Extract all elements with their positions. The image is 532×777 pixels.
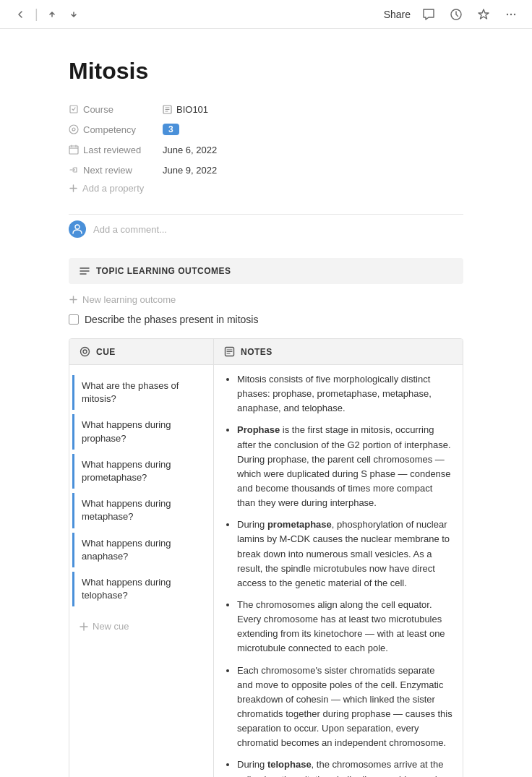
course-label: Course <box>69 104 163 115</box>
nav-up-icon[interactable] <box>44 8 60 21</box>
cue-item[interactable]: What happens during anaphase? <box>72 533 213 567</box>
svg-point-8 <box>75 225 80 229</box>
notes-content: Mitosis consists of five morphologically… <box>214 365 463 777</box>
svg-point-1 <box>507 13 508 14</box>
svg-point-2 <box>510 13 512 14</box>
top-bar-left: | <box>12 7 82 22</box>
plus-icon <box>69 295 78 304</box>
outcome-text: Describe the phases present in mitosis <box>85 314 258 325</box>
cue-items-list: What are the phases of mitosis?What happ… <box>69 365 213 617</box>
add-property-btn[interactable]: Add a property <box>69 180 463 197</box>
cue-item-text: What happens during telophase? <box>82 576 203 602</box>
list-icon <box>79 265 90 277</box>
list-item: During telophase, the chromosomes arrive… <box>237 757 452 777</box>
top-bar: | Share <box>0 0 532 29</box>
new-cue-button[interactable]: New cue <box>69 617 140 636</box>
svg-point-10 <box>83 350 87 353</box>
competency-badge: 3 <box>163 124 179 135</box>
last-reviewed-value[interactable]: June 6, 2022 <box>163 145 217 155</box>
comment-input[interactable]: Add a comment... <box>93 224 167 235</box>
list-item: Each chromosome's sister chromatids sepa… <box>237 664 452 751</box>
outcomes-list: Describe the phases present in mitosis <box>69 311 463 328</box>
next-review-value[interactable]: June 9, 2022 <box>163 165 217 176</box>
plus-icon <box>80 622 88 631</box>
last-reviewed-label: Last reviewed <box>69 145 163 155</box>
competency-row: Competency 3 <box>69 119 463 139</box>
cue-notes-container: CUE What are the phases of mitosis?What … <box>69 338 463 777</box>
metadata-section: Course BIO101 Competency 3 <box>69 99 463 197</box>
competency-value[interactable]: 3 <box>163 124 179 135</box>
notes-list: Mitosis consists of five morphologically… <box>224 372 452 777</box>
cue-item-text: What happens during prometaphase? <box>82 458 203 484</box>
page-title: Mitosis <box>69 58 463 85</box>
cue-header-label: CUE <box>96 347 116 357</box>
comment-section: Add a comment... <box>69 214 463 244</box>
new-outcome-button[interactable]: New learning outcome <box>69 293 176 306</box>
course-value[interactable]: BIO101 <box>163 104 208 115</box>
svg-point-6 <box>72 128 75 131</box>
next-review-row: Next review June 9, 2022 <box>69 160 463 180</box>
cue-item[interactable]: What happens during prometaphase? <box>72 454 213 489</box>
back-icon[interactable] <box>12 7 29 22</box>
notes-header-label: NOTES <box>241 347 273 357</box>
cue-item-text: What happens during prophase? <box>82 418 203 445</box>
nav-down-icon[interactable] <box>66 8 82 21</box>
target-icon <box>80 346 90 357</box>
main-content: Mitosis Course BIO101 <box>0 29 532 777</box>
learning-outcomes-header: TOPIC LEARNING OUTCOMES <box>69 258 463 284</box>
cue-item[interactable]: What happens during telophase? <box>72 572 213 606</box>
list-item: Mitosis consists of five morphologically… <box>237 372 452 416</box>
cue-column: CUE What are the phases of mitosis?What … <box>69 339 214 777</box>
svg-rect-7 <box>69 146 78 154</box>
list-item: The chromosomes align along the cell equ… <box>237 598 452 656</box>
course-row: Course BIO101 <box>69 99 463 119</box>
cue-item-text: What are the phases of mitosis? <box>82 379 203 405</box>
outcome-row: Describe the phases present in mitosis <box>69 311 463 328</box>
notes-column-header: NOTES <box>214 339 463 365</box>
svg-point-9 <box>81 348 90 356</box>
learning-outcomes-label: TOPIC LEARNING OUTCOMES <box>96 266 231 276</box>
next-review-label: Next review <box>69 165 163 176</box>
notes-column: NOTES Mitosis consists of five morpholog… <box>214 339 463 777</box>
competency-label: Competency <box>69 124 163 135</box>
outcome-checkbox[interactable] <box>69 314 79 325</box>
list-item: Prophase is the first stage in mitosis, … <box>237 423 452 510</box>
star-icon[interactable] <box>474 7 493 22</box>
notes-icon <box>224 346 235 357</box>
history-icon[interactable] <box>447 7 466 22</box>
comment-icon[interactable] <box>419 7 438 22</box>
svg-point-5 <box>69 125 78 134</box>
cue-item-text: What happens during anaphase? <box>82 537 203 563</box>
top-bar-right: Share <box>384 7 520 22</box>
cue-item[interactable]: What happens during metaphase? <box>72 493 213 528</box>
list-item: During prometaphase, phosphorylation of … <box>237 518 452 591</box>
cue-item-text: What happens during metaphase? <box>82 497 203 523</box>
share-button[interactable]: Share <box>384 9 411 20</box>
cue-item[interactable]: What are the phases of mitosis? <box>72 375 213 410</box>
cue-column-header: CUE <box>69 339 213 365</box>
last-reviewed-row: Last reviewed June 6, 2022 <box>69 139 463 160</box>
avatar <box>69 220 86 238</box>
divider-line: | <box>35 7 38 22</box>
cue-item[interactable]: What happens during prophase? <box>72 414 213 449</box>
svg-point-3 <box>514 13 515 14</box>
more-icon[interactable] <box>502 7 520 22</box>
